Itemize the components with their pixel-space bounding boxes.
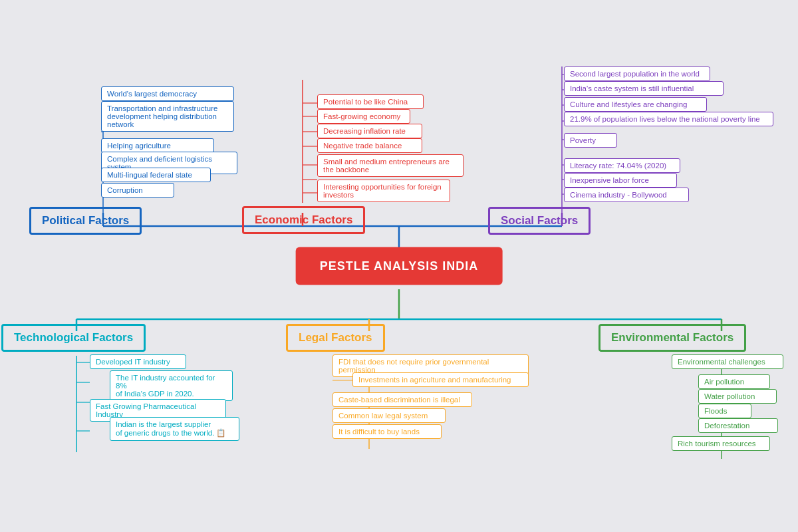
env-item-4: Floods [698,404,751,418]
central-label: PESTLE ANALYSIS INDIA [320,259,479,273]
political-item-5: Multi-lingual federal state [101,168,211,182]
social-item-3: Culture and lifestyles are changing [564,97,707,112]
social-factor-box: Social Factors [488,207,591,235]
legal-item-4: Common law legal system [332,408,446,423]
economic-item-5: Small and medium entrepreneurs are the b… [317,154,464,177]
social-factor-label: Social Factors [501,214,578,227]
economic-factor-label: Economic Factors [255,213,352,226]
social-item-8: Cinema industry - Bollywood [564,188,689,202]
social-item-1: Second largest population in the world [564,66,710,81]
social-item-4: 21.9% of population lives below the nati… [564,112,773,126]
legal-item-5: It is difficult to buy lands [332,424,442,439]
social-item-2: India's caste system is still influentia… [564,81,724,96]
political-item-6: Corruption [101,183,174,198]
social-item-5: Poverty [564,133,617,148]
tech-factor-box: Technological Factors [1,324,146,352]
economic-item-3: Decreasing inflation rate [317,124,422,138]
env-item-5: Deforestation [698,418,778,433]
tech-item-4: Indian is the largest supplierof generic… [110,417,239,441]
legal-factor-label: Legal Factors [299,331,372,344]
tech-item-2: The IT industry accounted for 8%of India… [110,370,233,401]
economic-item-2: Fast-growing economy [317,109,410,124]
env-factor-label: Environmental Factors [611,331,733,344]
economic-factor-box: Economic Factors [242,206,365,234]
legal-factor-box: Legal Factors [286,324,385,352]
env-item-1: Environmental challenges [672,354,783,369]
political-factor-label: Political Factors [42,214,129,227]
economic-item-6: Interesting opportunities for foreign in… [317,180,450,202]
economic-item-1: Potential to be like China [317,94,424,109]
economic-item-4: Negative trade balance [317,138,422,153]
env-item-3: Water pollution [698,389,777,404]
tech-factor-label: Technological Factors [14,331,133,344]
env-factor-box: Environmental Factors [598,324,746,352]
political-item-1: World's largest democracy [101,86,234,101]
legal-item-2: Investments in agriculture and manufactu… [352,372,529,387]
env-item-2: Air pollution [698,374,770,389]
social-item-7: Inexpensive labor force [564,173,677,188]
central-node: PESTLE ANALYSIS INDIA [296,247,503,285]
legal-item-3: Caste-based discrimination is illegal [332,392,472,407]
social-item-6: Literacy rate: 74.04% (2020) [564,158,680,173]
political-item-2: Transportation and infrastructuredevelop… [101,101,234,132]
env-item-6: Rich tourism resources [672,436,770,451]
mind-map-canvas: PESTLE ANALYSIS INDIA Political Factors … [0,0,798,532]
political-factor-box: Political Factors [29,207,142,235]
tech-item-1: Developed IT industry [90,354,186,369]
political-item-3: Helping agriculture [101,138,214,153]
